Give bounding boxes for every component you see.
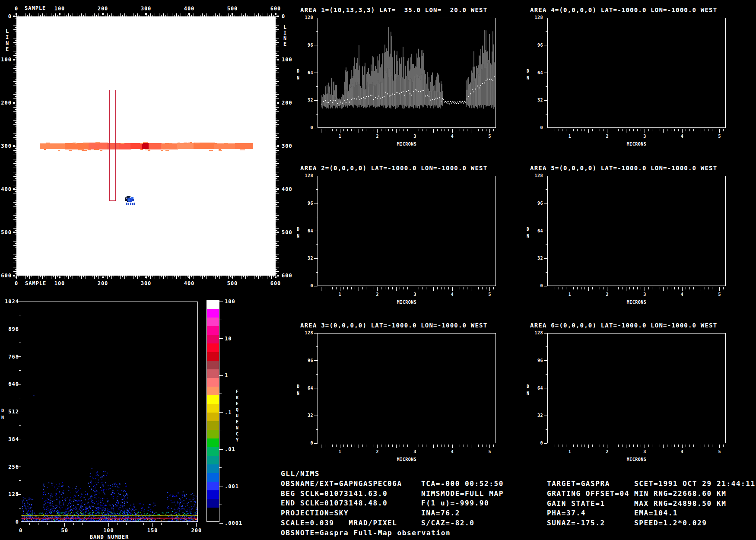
image-stripe-edge [143,142,148,143]
spectrum-y-label: 128 [300,174,313,178]
x-tick [400,287,400,289]
x-tick [460,445,460,447]
dn-axis-letter: N [297,76,300,80]
spectrum-x-label: 5 [713,292,726,297]
y-tick [544,443,547,444]
x-tick [652,445,652,447]
x-tick [674,287,675,289]
area-selection-box[interactable] [109,90,116,201]
tick-marker [13,102,15,104]
spectrum-y-label: 0 [530,284,543,288]
x-tick [422,287,422,289]
x-tick [396,129,397,133]
x-tick [573,445,574,447]
y-tick [314,73,318,73]
y-tick [544,258,547,259]
image-stripe-segment [119,143,131,149]
y-tick [546,402,547,402]
spectrum-x-label: 5 [713,450,726,454]
x-tick [38,523,38,525]
frequency-axis-letter: U [236,414,239,418]
x-tick [555,129,555,131]
x-tick [343,287,344,289]
line-tick-label: 0 [282,14,295,19]
tick-marker [102,13,104,15]
y-tick [316,429,318,430]
x-tick [671,445,671,447]
image-stripe-edge [184,143,187,143]
x-tick [708,445,708,447]
image-stripe-edge [161,150,163,151]
x-tick [452,287,453,291]
dn-axis-letter: D [1,409,4,413]
x-tick [362,129,363,131]
x-tick [633,287,634,289]
metadata-left-field: NIMSMODE=FULL MAP [421,490,551,497]
x-tick [656,287,656,289]
x-tick [566,445,566,447]
metadata-right-field: SCET=1991 OCT 29 21:44:11 [634,480,756,487]
x-tick [448,287,449,289]
metadata-right-field: MIN RNG=22668.60 KM [634,490,756,497]
x-tick [559,129,559,131]
spectrum-y-label: 32 [530,256,543,260]
x-tick [626,129,626,133]
line-tick-label: 600 [0,273,12,278]
line-axis-letter: N [6,41,9,46]
x-tick [415,129,415,133]
y-tick [314,443,318,444]
y-tick [314,176,318,176]
frequency-axis-letter: C [236,432,239,436]
x-tick [437,287,438,289]
x-tick [618,445,619,447]
y-tick [546,346,547,347]
x-tick [652,129,652,131]
x-tick [562,287,562,289]
x-tick [686,287,686,289]
image-stripe-edge [219,149,221,150]
x-tick [456,445,456,447]
x-tick [377,287,378,291]
colorbar-tick [219,394,222,394]
spectrum-y-label: 0 [530,126,543,130]
sample-tick-label: 200 [92,6,114,11]
x-tick [489,445,490,448]
image-stripe-segment [89,143,108,149]
spectrum-x-label: 4 [676,134,689,139]
x-tick [426,445,426,447]
y-tick [19,508,21,508]
x-tick [667,445,667,447]
x-tick [693,287,694,289]
spectrum-x-label: 4 [676,450,689,454]
x-tick [47,523,48,525]
x-tick [615,445,615,447]
x-tick [403,445,404,447]
y-tick [546,272,547,273]
x-tick [641,129,641,131]
x-tick [559,445,559,447]
y-tick [314,100,318,101]
spectrum-y-label: 128 [300,331,313,335]
tick-marker [188,13,190,15]
y-tick [316,114,318,114]
x-tick [671,287,671,289]
area-4-frame [547,18,726,128]
y-tick [546,31,547,32]
y-tick [544,128,547,128]
y-tick [546,189,547,190]
frequency-axis-letter: N [236,426,239,430]
x-tick [441,445,442,447]
x-tick [329,445,329,447]
x-tick [437,445,438,447]
colorbar-tick-label: 1 [225,373,246,378]
x-tick [388,129,389,131]
asteroid-blob-pixel [126,198,127,199]
spectrum-y-label: 96 [530,43,543,48]
image-stripe-segment [161,143,178,149]
tick-marker [277,102,279,104]
image-stripe-segment [130,143,142,149]
asteroid-blob-pixel [128,200,130,200]
x-tick [600,129,600,131]
spectrum-x-label: 5 [483,450,496,454]
x-tick [581,129,581,131]
